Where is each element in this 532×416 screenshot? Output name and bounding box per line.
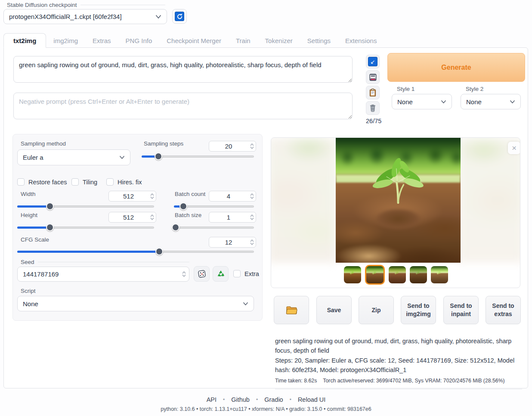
send-to-img2img-button[interactable]: Send to img2img	[401, 296, 436, 324]
sapling-illustration	[371, 155, 425, 215]
extra-checkbox[interactable]	[233, 270, 241, 277]
tab-tokenizer[interactable]: Tokenizer	[258, 33, 300, 48]
generation-info-params: Steps: 20, Sampler: Euler a, CFG scale: …	[275, 356, 522, 375]
batch-size-input[interactable]	[209, 214, 248, 221]
chevron-down-icon	[441, 100, 446, 104]
restore-faces-label: Restore faces	[28, 179, 67, 186]
batch-count-label: Batch count	[175, 191, 205, 197]
script-dropdown[interactable]: None	[17, 296, 254, 311]
tab-img2img[interactable]: img2img	[46, 33, 85, 48]
send-to-inpaint-button[interactable]: Send to inpaint	[443, 296, 479, 324]
token-counter: 26/75	[366, 118, 380, 124]
refresh-checkpoint-button[interactable]	[172, 9, 187, 24]
folder-icon	[285, 305, 297, 315]
batch-count-slider[interactable]	[174, 202, 254, 210]
tab-extras[interactable]: Extras	[85, 33, 118, 48]
stepper-icon[interactable]	[248, 191, 256, 201]
trash-icon	[369, 104, 377, 112]
stepper-icon[interactable]	[248, 237, 256, 247]
restore-faces-checkbox[interactable]	[17, 178, 25, 186]
apply-style-button[interactable]	[366, 86, 380, 99]
generation-info-performance: Time taken: 8.62s Torch active/reserved:…	[275, 377, 522, 389]
generation-info-prompt: green sapling rowing out of ground, mud,…	[275, 336, 522, 356]
prompt-input[interactable]: green sapling rowing out of ground, mud,…	[13, 56, 353, 83]
cfg-scale-input[interactable]	[209, 239, 248, 246]
reuse-seed-button[interactable]	[213, 266, 229, 282]
clear-prompt-button[interactable]	[366, 101, 380, 115]
seed-label: Seed	[21, 259, 189, 265]
prompt-tool-column: ↙ 26/75	[366, 55, 380, 124]
tab-checkpoint-merger[interactable]: Checkpoint Merger	[159, 33, 229, 48]
extra-label: Extra	[244, 270, 259, 277]
style2-label: Style 2	[466, 86, 483, 92]
batch-size-label: Batch size	[175, 212, 201, 218]
style2-dropdown[interactable]: None	[461, 94, 521, 109]
width-label: Width	[21, 191, 36, 197]
recycle-icon	[217, 270, 225, 278]
thumbnail-4[interactable]	[410, 266, 427, 283]
stepper-icon[interactable]	[148, 212, 156, 222]
zip-button[interactable]: Zip	[359, 296, 394, 324]
sampling-steps-input[interactable]	[209, 143, 248, 150]
save-button[interactable]: Save	[316, 296, 352, 324]
seed-input[interactable]	[18, 270, 179, 278]
thumbnail-strip	[271, 265, 520, 285]
height-slider[interactable]	[17, 224, 154, 231]
generation-info: green sapling rowing out of ground, mud,…	[275, 336, 522, 389]
hires-fix-option: Hires. fix	[106, 178, 142, 186]
cfg-scale-slider[interactable]	[17, 248, 254, 255]
random-seed-button[interactable]	[194, 266, 210, 282]
stepper-icon[interactable]	[179, 267, 189, 281]
style1-dropdown[interactable]: None	[392, 94, 452, 109]
negative-prompt-input[interactable]	[13, 93, 353, 119]
stepper-icon[interactable]	[148, 191, 156, 201]
width-input[interactable]	[109, 192, 148, 200]
send-to-extras-button[interactable]: Send to extras	[486, 296, 521, 324]
gradio-link[interactable]: Gradio	[264, 396, 283, 403]
stepper-icon[interactable]	[248, 141, 256, 151]
hires-fix-checkbox[interactable]	[106, 178, 114, 186]
tab-settings[interactable]: Settings	[300, 33, 338, 48]
thumbnail-2-selected[interactable]	[365, 265, 385, 285]
checkpoint-label: Stable Diffusion checkpoint	[7, 2, 165, 8]
time-taken: Time taken: 8.62s	[275, 377, 317, 385]
generate-button[interactable]: Generate	[387, 53, 525, 82]
gallery-blur-right	[457, 138, 520, 263]
batch-count-input[interactable]	[209, 192, 248, 200]
api-link[interactable]: API	[207, 396, 217, 403]
save-style-button[interactable]	[366, 70, 380, 84]
version-info: python: 3.10.6 • torch: 1.13.1+cu117 • x…	[0, 406, 532, 412]
thumbnail-5[interactable]	[431, 266, 448, 283]
bullet-separator: •	[256, 397, 258, 403]
sampling-steps-field	[209, 141, 256, 152]
sampling-method-dropdown[interactable]: Euler a	[17, 149, 130, 165]
height-input[interactable]	[109, 214, 148, 221]
width-slider[interactable]	[17, 202, 154, 210]
sampling-steps-slider[interactable]	[142, 152, 254, 160]
footer-links: API• Github• Gradio• Reload UI	[0, 396, 532, 403]
github-link[interactable]: Github	[231, 396, 250, 403]
width-field	[108, 191, 156, 202]
tab-png-info[interactable]: PNG Info	[118, 33, 160, 48]
style1-value: None	[397, 98, 413, 106]
thumbnail-3[interactable]	[389, 266, 406, 283]
refresh-icon	[175, 12, 184, 21]
tiling-checkbox[interactable]	[71, 178, 79, 186]
tab-txt2img[interactable]: txt2img	[3, 33, 46, 48]
batch-size-slider[interactable]	[174, 224, 254, 231]
thumbnail-1[interactable]	[344, 266, 361, 283]
stepper-icon[interactable]	[248, 212, 256, 222]
paste-params-button[interactable]: ↙	[366, 55, 380, 68]
cfg-scale-field	[209, 237, 256, 248]
arrow-down-left-icon: ↙	[368, 57, 377, 66]
tab-train[interactable]: Train	[229, 33, 258, 48]
clipboard-icon	[369, 88, 377, 97]
chevron-down-icon	[510, 100, 515, 104]
reload-ui-link[interactable]: Reload UI	[298, 396, 325, 403]
generated-image-preview[interactable]	[336, 138, 461, 263]
checkpoint-dropdown[interactable]: protogenX34OfficialR_1.ckpt [60fe2f34]	[3, 9, 167, 24]
close-icon[interactable]: ×	[508, 142, 520, 154]
script-label: Script	[21, 288, 36, 294]
open-folder-button[interactable]	[274, 296, 309, 324]
tab-extensions[interactable]: Extensions	[338, 33, 384, 48]
